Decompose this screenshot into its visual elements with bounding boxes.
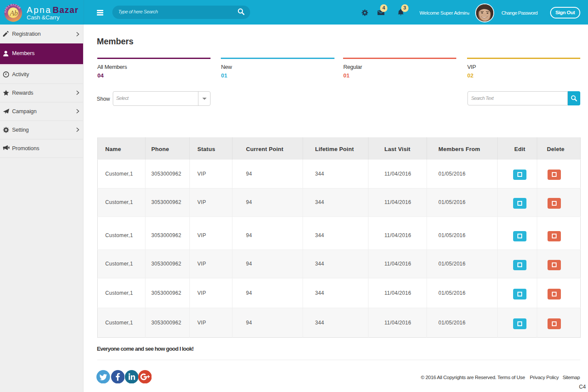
- svg-text:Ab: Ab: [9, 9, 18, 17]
